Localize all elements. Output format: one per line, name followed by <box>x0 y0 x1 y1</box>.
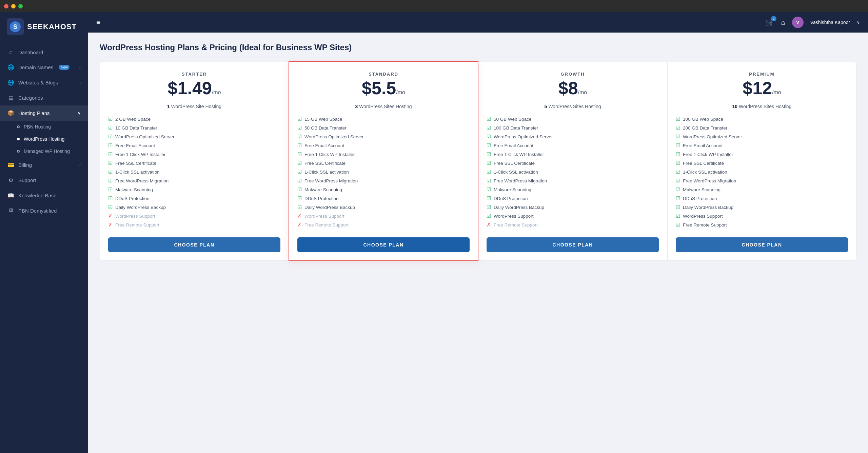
feature-item: ☑ Free WordPress Migration <box>297 176 470 185</box>
check-icon: ☑ <box>676 169 680 175</box>
sidebar-item-managed-wp[interactable]: Managed WP Hosting <box>0 145 88 157</box>
feature-text: 200 GB Data Transfer <box>683 125 727 131</box>
check-icon: ☑ <box>676 160 680 166</box>
check-icon: ☑ <box>297 151 302 157</box>
sub-circle-icon <box>17 150 20 153</box>
billing-icon: 💳 <box>7 162 14 168</box>
sidebar-subitem-label: WordPress Hosting <box>24 136 64 142</box>
sidebar-item-websites[interactable]: 🌐 Websites & Blogs ‹ <box>0 75 88 90</box>
check-icon: ☑ <box>297 116 302 122</box>
feature-item: ☑ WordPress Support <box>487 212 659 220</box>
features-list: ☑ 50 GB Web Space ☑ 100 GB Data Transfer… <box>487 115 659 229</box>
feature-text: Free SSL Certificate <box>683 161 724 166</box>
plan-price-period: /mo <box>212 90 221 95</box>
feature-text: Malware Scanning <box>683 187 721 192</box>
sidebar-item-hosting-plans[interactable]: 📦 Hosting Plans ∨ <box>0 105 88 121</box>
plan-price-amount: $5.5 <box>362 78 396 98</box>
cart-button[interactable]: 🛒 0 <box>765 18 774 27</box>
check-icon: ☑ <box>297 134 302 140</box>
main-content: WordPress Hosting Plans & Pricing (Ideal… <box>88 33 868 453</box>
sidebar-item-categories[interactable]: ▤ Categories <box>0 90 88 105</box>
sidebar-item-billing[interactable]: 💳 Billing ‹ <box>0 157 88 173</box>
topbar: ≡ 🛒 0 ⌂ V Vashishtha Kapoor ∨ <box>88 12 868 33</box>
sidebar-item-support[interactable]: ⚙ Support <box>0 173 88 188</box>
feature-item: ☑ Free SSL Certificate <box>108 159 280 168</box>
feature-text: 15 GB Web Space <box>304 117 342 122</box>
feature-text: 1-Click SSL activation <box>115 170 160 175</box>
feature-item: ☑ Daily WordPress Backup <box>297 203 470 212</box>
feature-item: ☑ Free SSL Certificate <box>297 159 470 168</box>
check-icon: ☑ <box>297 204 302 210</box>
check-icon: ☑ <box>108 142 113 149</box>
hamburger-button[interactable]: ≡ <box>96 19 100 26</box>
feature-text: Free 1 Click WP Installer <box>683 152 733 157</box>
feature-text: 50 GB Data Transfer <box>304 125 347 131</box>
plan-price-amount: $1.49 <box>168 78 212 98</box>
plan-sites: 3 WordPress Sites Hosting <box>297 104 470 109</box>
sidebar-item-dashboard[interactable]: ⌂ Dashboard <box>0 45 88 60</box>
feature-text: WordPress Optimized Server <box>494 134 553 139</box>
sidebar-item-domain-names[interactable]: 🌐 Domain Names New ‹ <box>0 60 88 75</box>
sub-circle-icon <box>17 138 20 140</box>
feature-item: ☑ 50 GB Data Transfer <box>297 123 470 132</box>
sidebar-item-pbn-hosting[interactable]: PBN Hosting <box>0 121 88 133</box>
home-button[interactable]: ⌂ <box>781 19 785 26</box>
topbar-right: 🛒 0 ⌂ V Vashishtha Kapoor ∨ <box>765 17 860 28</box>
feature-item: ☑ 10 GB Data Transfer <box>108 123 280 132</box>
feature-text: Malware Scanning <box>304 187 342 192</box>
choose-plan-button[interactable]: CHOOSE PLAN <box>297 237 470 252</box>
feature-item: ✗ Free Remote Support <box>487 220 659 229</box>
sidebar-item-label: Billing <box>18 162 32 168</box>
feature-item: ☑ 2 GB Web Space <box>108 115 280 123</box>
knowledge-icon: 📖 <box>7 192 14 199</box>
feature-text: Free WordPress Migration <box>304 178 358 183</box>
user-name[interactable]: Vashishtha Kapoor <box>810 20 850 25</box>
check-icon: ☑ <box>676 116 680 122</box>
minimize-dot[interactable] <box>11 4 16 8</box>
user-menu-chevron[interactable]: ∨ <box>857 20 860 25</box>
feature-text: DDoS Protection <box>494 196 528 201</box>
check-icon: ☑ <box>676 142 680 149</box>
check-icon: ☑ <box>676 204 680 210</box>
logo[interactable]: S SEEKAHOST <box>0 12 88 41</box>
feature-text: Malware Scanning <box>115 187 153 192</box>
choose-plan-button[interactable]: CHOOSE PLAN <box>108 237 280 252</box>
check-icon: ☑ <box>676 178 680 184</box>
logo-text: SEEKAHOST <box>27 22 77 31</box>
titlebar <box>0 0 868 12</box>
feature-item: ☑ Free 1 Click WP Installer <box>297 150 470 159</box>
feature-item: ☑ 100 GB Data Transfer <box>487 123 659 132</box>
feature-item: ☑ WordPress Optimized Server <box>487 132 659 141</box>
close-dot[interactable] <box>4 4 8 8</box>
feature-text: 1-Click SSL activation <box>304 170 349 175</box>
plan-sites: 10 WordPress Sites Hosting <box>676 104 848 109</box>
choose-plan-button[interactable]: CHOOSE PLAN <box>676 237 848 252</box>
feature-item: ☑ Daily WordPress Backup <box>676 203 848 212</box>
feature-item: ☑ Free Email Account <box>487 141 659 150</box>
plan-price: $1.49/mo <box>108 79 280 97</box>
check-icon: ☑ <box>108 116 113 122</box>
feature-text: Free Remote Support <box>304 222 349 228</box>
plan-price: $8/mo <box>487 79 659 97</box>
sidebar-item-knowledge-base[interactable]: 📖 Knowledge Base <box>0 188 88 203</box>
check-icon: ☑ <box>108 178 113 184</box>
check-icon: ☑ <box>676 151 680 157</box>
features-list: ☑ 100 GB Web Space ☑ 200 GB Data Transfe… <box>676 115 848 229</box>
feature-item: ☑ WordPress Optimized Server <box>676 132 848 141</box>
choose-plan-button[interactable]: CHOOSE PLAN <box>487 237 659 252</box>
feature-text: Free Email Account <box>494 143 533 148</box>
new-badge: New <box>59 65 70 70</box>
websites-icon: 🌐 <box>7 79 14 86</box>
feature-text: DDoS Protection <box>115 196 150 201</box>
plan-card-premium: PREMIUM $12/mo 10 WordPress Sites Hostin… <box>667 62 856 261</box>
feature-text: Daily WordPress Backup <box>683 205 733 210</box>
check-icon: ☑ <box>487 213 491 219</box>
domain-icon: 🌐 <box>7 64 14 71</box>
sidebar-item-wordpress-hosting[interactable]: WordPress Hosting <box>0 133 88 145</box>
sidebar-item-pbn-demystified[interactable]: 🖥 PBN Demystified <box>0 203 88 218</box>
feature-text: Free WordPress Migration <box>683 178 736 183</box>
maximize-dot[interactable] <box>18 4 23 8</box>
feature-text: Free Email Account <box>304 143 344 148</box>
feature-item: ☑ DDoS Protection <box>297 194 470 203</box>
plan-card-starter: STARTER $1.49/mo 1 WordPress Site Hostin… <box>100 62 289 261</box>
